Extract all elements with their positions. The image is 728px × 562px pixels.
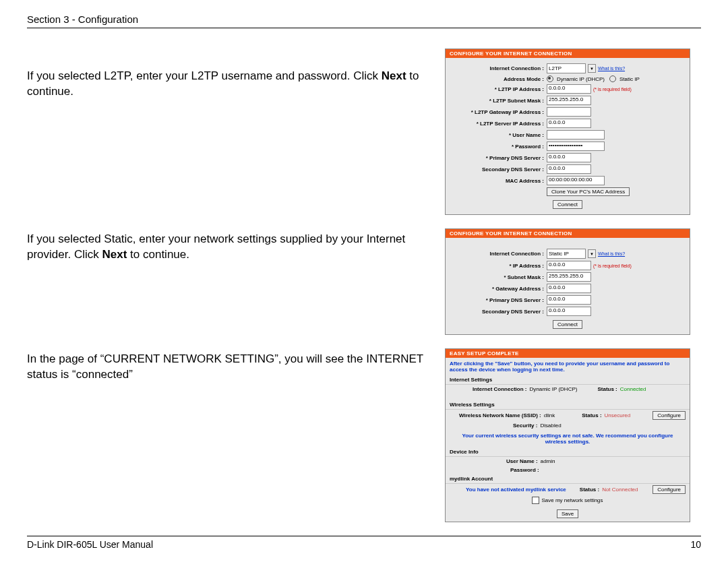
instruction-current: In the page of “CURRENT NETWORK SETTING”… bbox=[27, 348, 445, 383]
label-l2tp-subnet: * L2TP Subnet Mask : bbox=[450, 98, 547, 104]
chevron-down-icon[interactable]: ▼ bbox=[588, 249, 596, 258]
label-security: Security : bbox=[513, 423, 537, 429]
label-status-ssid: Status : bbox=[582, 412, 601, 418]
input-mac[interactable]: 00:00:00:00:00:00 bbox=[547, 176, 605, 185]
configure-wireless-button[interactable]: Configure bbox=[653, 411, 686, 420]
row-l2tp: If you selected L2TP, enter your L2TP us… bbox=[27, 49, 701, 215]
value-dev-username: admin bbox=[541, 458, 555, 464]
instruction-static: If you selected Static, enter your netwo… bbox=[27, 228, 445, 263]
value-conn: Dynamic IP (DHCP) bbox=[529, 386, 577, 392]
label-username: * User Name : bbox=[450, 132, 547, 138]
configure-mydlink-button[interactable]: Configure bbox=[653, 485, 686, 494]
input-l2tp-server[interactable]: 0.0.0.0 bbox=[547, 119, 591, 128]
label-ssid: Wireless Network Name (SSID) : bbox=[459, 412, 541, 418]
checkbox-save-settings[interactable] bbox=[532, 497, 539, 504]
save-button[interactable]: Save bbox=[557, 509, 578, 518]
panel-complete: EASY SETUP COMPLETE After clicking the "… bbox=[445, 348, 690, 522]
label-dev-username: User Name : bbox=[506, 458, 538, 464]
section-header: Section 3 - Configuration bbox=[27, 13, 701, 28]
footer-manual: D-Link DIR-605L User Manual bbox=[27, 539, 153, 550]
select-internet-connection-2[interactable]: Static IP bbox=[547, 249, 586, 259]
input-password[interactable]: •••••••••••••••••• bbox=[547, 142, 605, 151]
required-note-2: (* is required field) bbox=[593, 263, 632, 268]
chevron-down-icon[interactable]: ▼ bbox=[588, 64, 596, 73]
label-secondary-dns-2: Secondary DNS Server : bbox=[450, 309, 547, 315]
wireless-settings-heading: Wireless Settings bbox=[446, 400, 690, 410]
internet-settings-heading: Internet Settings bbox=[446, 375, 690, 385]
label-gateway: * Gateway Address : bbox=[450, 286, 547, 292]
link-what-is-this[interactable]: What is this? bbox=[598, 66, 625, 71]
label-ip: * IP Address : bbox=[450, 263, 547, 269]
label-subnet: * Subnet Mask : bbox=[450, 274, 547, 280]
value-ssid: dlink bbox=[544, 412, 555, 418]
input-primary-dns[interactable]: 0.0.0.0 bbox=[547, 153, 591, 162]
label-primary-dns-2: * Primary DNS Server : bbox=[450, 297, 547, 303]
label-save-settings: Save my network settings bbox=[541, 497, 603, 503]
text-static-c: to continue. bbox=[127, 248, 189, 261]
label-internet-connection-2: Internet Connection : bbox=[450, 251, 547, 257]
required-note: (* is required field) bbox=[593, 87, 632, 92]
panel-static-header: CONFIGURE YOUR INTERNET CONNECTION bbox=[446, 229, 690, 238]
label-primary-dns: * Primary DNS Server : bbox=[450, 155, 547, 161]
select-internet-connection[interactable]: L2TP bbox=[547, 63, 586, 73]
radio-static-ip[interactable] bbox=[609, 75, 616, 82]
panel-l2tp-header: CONFIGURE YOUR INTERNET CONNECTION bbox=[446, 49, 690, 58]
radio-dynamic-label: Dynamic IP (DHCP) bbox=[557, 76, 605, 82]
label-l2tp-ip: * L2TP IP Address : bbox=[450, 86, 547, 92]
value-status-mydlink: Not Connected bbox=[602, 487, 638, 493]
connect-button[interactable]: Connect bbox=[553, 200, 582, 209]
text-l2tp-next: Next bbox=[382, 69, 406, 82]
panel-l2tp: CONFIGURE YOUR INTERNET CONNECTION Inter… bbox=[445, 49, 690, 215]
clone-mac-button[interactable]: Clone Your PC's MAC Address bbox=[547, 187, 630, 196]
instruction-l2tp: If you selected L2TP, enter your L2TP us… bbox=[27, 49, 445, 100]
wireless-warning: Your current wireless security settings … bbox=[446, 430, 690, 447]
label-mac: MAC Address : bbox=[450, 178, 547, 184]
label-dev-password: Password : bbox=[510, 467, 539, 473]
label-internet-connection: Internet Connection : bbox=[450, 65, 547, 71]
label-status-conn: Status : bbox=[597, 386, 617, 392]
label-conn: Internet Connection : bbox=[473, 386, 526, 392]
text-static-next: Next bbox=[102, 248, 127, 261]
input-username[interactable] bbox=[547, 130, 605, 139]
radio-static-label: Static IP bbox=[619, 76, 640, 82]
device-info-heading: Device Info bbox=[446, 447, 690, 457]
label-secondary-dns: Secondary DNS Server : bbox=[450, 166, 547, 173]
input-l2tp-ip[interactable]: 0.0.0.0 bbox=[547, 84, 591, 94]
input-secondary-dns[interactable]: 0.0.0.0 bbox=[547, 164, 591, 174]
label-password: * Password : bbox=[450, 144, 547, 150]
panel-complete-header: EASY SETUP COMPLETE bbox=[446, 349, 690, 358]
connect-button-2[interactable]: Connect bbox=[553, 320, 582, 329]
value-status-conn: Connected bbox=[620, 386, 646, 392]
input-subnet[interactable]: 255.255.255.0 bbox=[547, 272, 591, 282]
input-secondary-dns-2[interactable]: 0.0.0.0 bbox=[547, 307, 591, 316]
mydlink-not-activated: You have not activated mydlink service bbox=[466, 487, 566, 493]
radio-dynamic-ip[interactable] bbox=[547, 75, 553, 82]
input-ip[interactable]: 0.0.0.0 bbox=[547, 261, 591, 270]
label-l2tp-gateway: * L2TP Gateway IP Address : bbox=[450, 109, 547, 115]
label-address-mode: Address Mode : bbox=[450, 76, 547, 82]
input-l2tp-subnet[interactable]: 255.255.255.0 bbox=[547, 96, 591, 105]
row-static: If you selected Static, enter your netwo… bbox=[27, 228, 701, 335]
label-l2tp-server: * L2TP Server IP Address : bbox=[450, 121, 547, 127]
page-footer: D-Link DIR-605L User Manual 10 bbox=[27, 536, 701, 550]
panel-static: CONFIGURE YOUR INTERNET CONNECTION Inter… bbox=[445, 228, 690, 335]
value-status-ssid: Unsecured bbox=[605, 412, 631, 418]
input-primary-dns-2[interactable]: 0.0.0.0 bbox=[547, 295, 591, 305]
mydlink-heading: mydlink Account bbox=[446, 474, 690, 484]
text-static-a: If you selected Static, enter your netwo… bbox=[27, 232, 405, 261]
input-l2tp-gateway[interactable] bbox=[547, 107, 591, 117]
input-gateway[interactable]: 0.0.0.0 bbox=[547, 284, 591, 293]
value-security: Disabled bbox=[540, 423, 561, 429]
text-l2tp-a: If you selected L2TP, enter your L2TP us… bbox=[27, 69, 382, 82]
link-what-is-this-2[interactable]: What is this? bbox=[598, 251, 625, 256]
save-note: After clicking the "Save" button, you ne… bbox=[446, 358, 690, 375]
row-complete: In the page of “CURRENT NETWORK SETTING”… bbox=[27, 348, 701, 522]
label-status-mydlink: Status : bbox=[580, 487, 599, 493]
footer-page: 10 bbox=[690, 539, 701, 550]
